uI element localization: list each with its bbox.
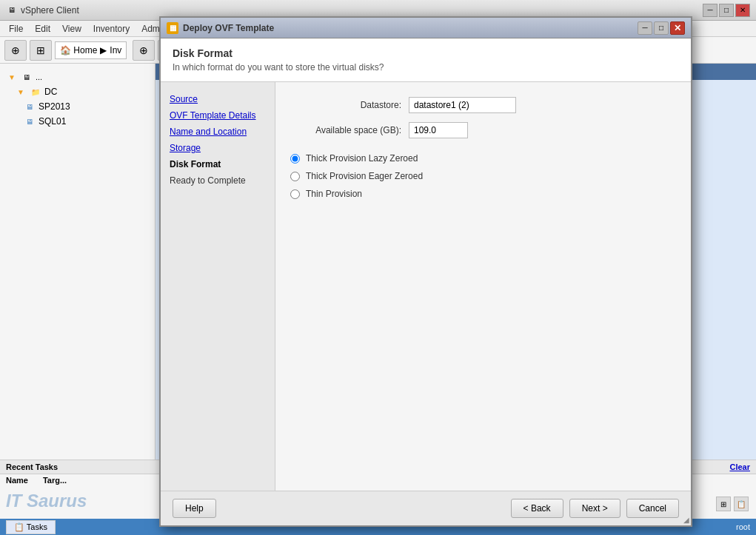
minimize-btn[interactable]: ─ xyxy=(703,4,717,17)
tasks-icons: ⊞ 📋 xyxy=(716,497,749,511)
dialog-footer: Help < Back Next > Cancel xyxy=(161,491,691,525)
sql01-icon: 🖥 xyxy=(24,115,36,127)
dialog-maximize-btn[interactable]: □ xyxy=(654,21,669,35)
sql01-label: SQL01 xyxy=(39,116,66,127)
toolbar-btn-1[interactable]: ⊕ xyxy=(4,40,27,61)
app-title-controls: ─ □ ✕ xyxy=(703,4,750,17)
dialog-titlebar: ▦ Deploy OVF Template ─ □ ✕ xyxy=(161,18,691,38)
expand-icon: ▼ xyxy=(6,71,18,83)
dialog-close-btn[interactable]: ✕ xyxy=(670,21,685,35)
status-right: root xyxy=(736,522,750,531)
col-target: Targ... xyxy=(43,476,67,485)
tasks-tab-label: Tasks xyxy=(27,522,47,531)
menu-file[interactable]: File xyxy=(3,22,29,36)
app-window: 🖥 vSphere Client ─ □ ✕ File Edit View In… xyxy=(0,0,756,535)
col-name: Name xyxy=(6,476,28,485)
radio-option-lazy[interactable]: Thick Provision Lazy Zeroed xyxy=(290,153,676,164)
datastore-input[interactable] xyxy=(409,97,516,113)
dialog-body: Source OVF Template Details Name and Loc… xyxy=(161,82,691,491)
step-ready: Ready to Complete xyxy=(161,172,275,189)
radio-section: Thick Provision Lazy Zeroed Thick Provis… xyxy=(290,153,676,199)
radio-eager-label: Thick Provision Eager Zeroed xyxy=(306,171,423,181)
radio-lazy[interactable] xyxy=(290,154,300,164)
toolbar-btn-2[interactable]: ⊞ xyxy=(30,40,52,61)
tree-root[interactable]: ▼ 🖥 ... xyxy=(3,70,152,84)
close-btn[interactable]: ✕ xyxy=(735,4,750,17)
app-title: vSphere Client xyxy=(21,5,79,16)
nav-inv[interactable]: Inv xyxy=(110,45,121,55)
recent-tasks-label: Recent Tasks xyxy=(6,462,58,471)
nav-area: 🏠 Home ▶ Inv xyxy=(55,41,127,59)
tree-item-sp2013[interactable]: 🖥 SP2013 xyxy=(3,99,152,114)
tasks-tab[interactable]: 📋 Tasks xyxy=(6,520,56,534)
dialog-header-title: Disk Format xyxy=(173,47,679,59)
dialog-minimize-btn[interactable]: ─ xyxy=(638,21,652,35)
sp2013-label: SP2013 xyxy=(39,101,70,112)
deploy-ovf-dialog[interactable]: ▦ Deploy OVF Template ─ □ ✕ Disk Format … xyxy=(159,16,692,527)
clear-btn[interactable]: Clear xyxy=(729,462,750,471)
tree-item-sql01[interactable]: 🖥 SQL01 xyxy=(3,114,152,129)
tree-item-dc[interactable]: ▼ 📁 DC xyxy=(3,84,152,99)
scrollbar-corner: ◢ xyxy=(683,516,689,524)
content-panel: Datastore: Available space (GB): Thick P… xyxy=(275,82,691,491)
dialog-header-subtitle: In which format do you want to store the… xyxy=(173,62,679,73)
menu-inventory[interactable]: Inventory xyxy=(87,22,136,36)
dc-folder-icon: 📁 xyxy=(30,86,41,98)
task-icon-2[interactable]: 📋 xyxy=(734,497,749,511)
sidebar: ▼ 🖥 ... ▼ 📁 DC 🖥 SP2013 🖥 SQL01 xyxy=(0,64,155,476)
radio-option-thin[interactable]: Thin Provision xyxy=(290,189,676,199)
available-space-label: Available space (GB): xyxy=(290,125,401,135)
datastore-row: Datastore: xyxy=(290,97,676,113)
radio-eager[interactable] xyxy=(290,172,300,181)
dialog-icon: ▦ xyxy=(167,22,178,34)
nav-home[interactable]: 🏠 Home xyxy=(60,45,97,55)
radio-option-eager[interactable]: Thick Provision Eager Zeroed xyxy=(290,171,676,181)
steps-panel: Source OVF Template Details Name and Loc… xyxy=(161,82,275,491)
dc-expand-icon: ▼ xyxy=(15,86,27,98)
dc-label: DC xyxy=(44,87,57,97)
datastore-label: Datastore: xyxy=(290,100,401,110)
available-space-input[interactable] xyxy=(409,122,468,138)
radio-thin[interactable] xyxy=(290,189,300,199)
menu-edit[interactable]: Edit xyxy=(29,22,56,36)
dialog-title: Deploy OVF Template xyxy=(183,23,638,33)
maximize-btn[interactable]: □ xyxy=(719,4,734,17)
radio-thin-label: Thin Provision xyxy=(306,189,362,199)
next-button[interactable]: Next > xyxy=(569,499,620,518)
cancel-button[interactable]: Cancel xyxy=(626,499,679,518)
nav-sep: ▶ xyxy=(100,45,107,55)
dialog-header: Disk Format In which format do you want … xyxy=(161,38,691,82)
watermark: IT Saurus xyxy=(6,491,87,511)
tasks-tab-icon: 📋 xyxy=(14,522,24,531)
back-button[interactable]: < Back xyxy=(511,499,563,518)
radio-lazy-label: Thick Provision Lazy Zeroed xyxy=(306,153,418,164)
menu-view[interactable]: View xyxy=(56,22,87,36)
root-icon: 🖥 xyxy=(21,71,33,83)
app-icon: 🖥 xyxy=(6,4,18,16)
step-disk-format: Disk Format xyxy=(161,156,275,172)
root-label: ... xyxy=(36,73,42,81)
help-button[interactable]: Help xyxy=(173,499,216,518)
step-name-location[interactable]: Name and Location xyxy=(161,124,275,140)
sp2013-icon: 🖥 xyxy=(24,101,36,112)
task-icon-1[interactable]: ⊞ xyxy=(716,497,731,511)
available-space-row: Available space (GB): xyxy=(290,122,676,138)
sidebar-tree: ▼ 🖥 ... ▼ 📁 DC 🖥 SP2013 🖥 SQL01 xyxy=(0,67,155,132)
step-storage[interactable]: Storage xyxy=(161,140,275,156)
toolbar-btn-3[interactable]: ⊕ xyxy=(133,40,155,61)
step-source[interactable]: Source xyxy=(161,91,275,107)
step-ovf-details[interactable]: OVF Template Details xyxy=(161,107,275,124)
